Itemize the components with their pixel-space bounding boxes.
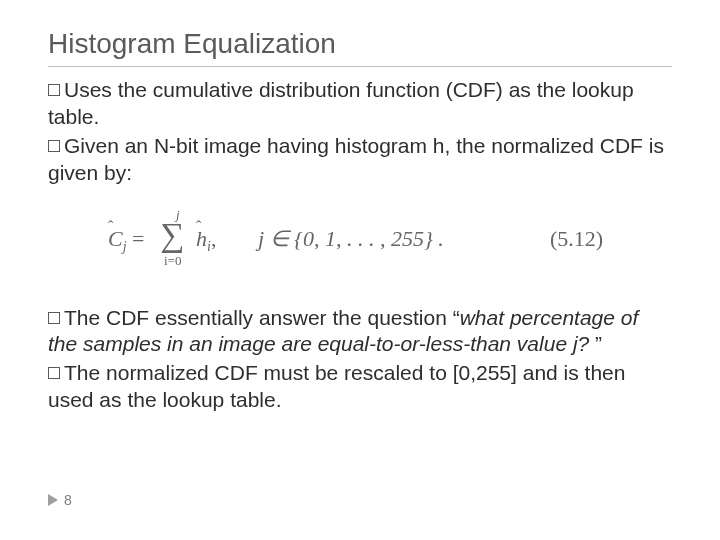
slide-title: Histogram Equalization: [48, 28, 672, 60]
slide: Histogram Equalization Uses the cumulati…: [0, 0, 720, 540]
eq-set: j ∈ {0, 1, . . . , 255} .: [258, 225, 444, 253]
bullet-2: Given an N-bit image having histogram h,…: [48, 133, 672, 187]
bullet-box-icon: [48, 84, 60, 96]
bullet-4-rest: normalized CDF must be rescaled to [0,25…: [48, 361, 625, 411]
eq-lhs: Cj =: [108, 225, 145, 256]
bullet-4: The normalized CDF must be rescaled to […: [48, 360, 672, 414]
bullet-4-lead: The: [64, 361, 100, 384]
page-number: 8: [64, 492, 72, 508]
eq-comma: ,: [211, 226, 217, 251]
eq-sum-upper: j: [176, 207, 180, 224]
bullet-1-lead: Uses: [64, 78, 112, 101]
eq-equals: =: [127, 226, 145, 251]
quote-close: ”: [595, 332, 602, 355]
bullet-box-icon: [48, 140, 60, 152]
quote-open: “: [453, 306, 460, 329]
eq-sum-symbol: ∑: [160, 213, 184, 257]
bullet-2-lead: Given: [64, 134, 119, 157]
bullet-1: Uses the cumulative distribution functio…: [48, 77, 672, 131]
eq-sum-lower: i=0: [164, 253, 181, 270]
eq-lhs-sym: C: [108, 226, 123, 251]
eq-number: (5.12): [550, 225, 603, 253]
bullet-3-lead: The: [64, 306, 100, 329]
title-rule: [48, 66, 672, 67]
bullet-2-rest: an N-bit image having histogram h, the n…: [48, 134, 664, 184]
bullet-3: The CDF essentially answer the question …: [48, 305, 672, 359]
eq-rhs-sym: h: [196, 226, 207, 251]
page-indicator: 8: [48, 492, 72, 508]
bullet-3-rest-a: CDF essentially answer the question: [100, 306, 453, 329]
bullet-box-icon: [48, 367, 60, 379]
bullet-list: Uses the cumulative distribution functio…: [48, 77, 672, 414]
equation: ˆ Cj = ∑ j i=0 ˆ hi, j ∈ {0, 1, . . . , …: [108, 209, 672, 279]
eq-rhs: hi,: [196, 225, 216, 256]
triangle-icon: [48, 494, 58, 506]
bullet-box-icon: [48, 312, 60, 324]
bullet-1-rest: the cumulative distribution function (CD…: [48, 78, 634, 128]
